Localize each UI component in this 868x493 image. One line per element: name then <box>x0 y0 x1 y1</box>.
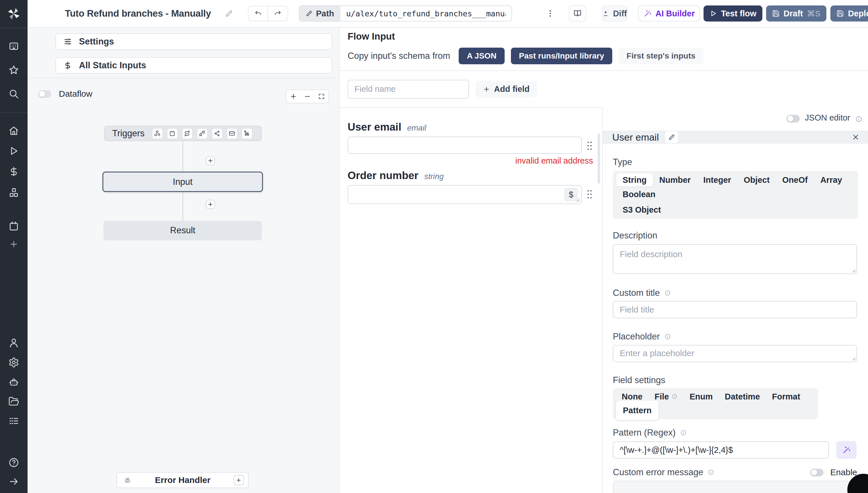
expand-sidebar-arrow-icon[interactable] <box>8 476 19 487</box>
schedule-trigger-icon[interactable] <box>167 128 178 139</box>
email-trigger-icon[interactable] <box>227 128 237 139</box>
info-icon[interactable] <box>855 116 862 123</box>
runs-play-icon[interactable] <box>8 146 19 156</box>
save-draft-button[interactable]: Draft ⌘S <box>766 5 826 22</box>
pattern-regex-input[interactable] <box>613 441 829 458</box>
path-input[interactable] <box>340 6 511 21</box>
property-editor-panel: JSON editor User email <box>603 71 868 493</box>
folders-icon[interactable] <box>8 396 19 407</box>
result-node[interactable]: Result <box>104 221 262 240</box>
pencil-icon <box>306 10 313 17</box>
workspace-icon[interactable] <box>8 41 19 52</box>
docs-button[interactable] <box>569 5 586 22</box>
field-settings-label: Field settings <box>613 375 857 385</box>
schedules-calendar-icon[interactable] <box>8 221 19 232</box>
input-node[interactable]: Input <box>103 172 263 192</box>
help-icon[interactable] <box>8 457 19 468</box>
type-option-string[interactable]: String <box>616 173 653 187</box>
audit-list-icon[interactable] <box>8 415 19 426</box>
enable-error-group: Enable <box>810 468 857 477</box>
copy-from-past-runs-button[interactable]: Past runs/Input library <box>511 48 612 64</box>
redo-button[interactable] <box>268 6 288 21</box>
triggers-node[interactable]: Triggers <box>104 126 262 141</box>
zoom-in-button[interactable] <box>286 90 300 103</box>
description-textarea[interactable] <box>613 244 857 274</box>
type-option-array[interactable]: Array <box>814 173 848 187</box>
save-icon <box>772 10 780 17</box>
add-plus-icon[interactable] <box>8 239 19 250</box>
custom-title-input[interactable] <box>613 301 857 318</box>
flow-canvas[interactable]: Settings All Static Inputs Dataflow <box>27 27 340 493</box>
undo-button[interactable] <box>249 6 268 21</box>
insert-step-button[interactable] <box>206 200 215 209</box>
order-number-value-input[interactable]: $ <box>347 185 582 204</box>
magic-wand-icon <box>842 446 851 454</box>
settings-card[interactable]: Settings <box>56 33 332 50</box>
deploy-button[interactable]: Deploy <box>830 5 868 22</box>
path-edit-button[interactable]: Path <box>299 6 340 21</box>
settings-gear-icon[interactable] <box>8 357 19 368</box>
close-icon <box>852 133 860 141</box>
info-icon[interactable] <box>664 290 671 296</box>
zoom-out-button[interactable] <box>300 90 314 103</box>
favorites-star-icon[interactable] <box>8 65 19 76</box>
info-icon[interactable] <box>708 469 714 475</box>
copy-from-first-step-button[interactable]: First step's inputs <box>618 48 703 64</box>
drag-handle-icon[interactable] <box>587 189 593 199</box>
draft-shortcut: ⌘S <box>807 9 820 18</box>
search-icon[interactable] <box>8 88 19 99</box>
placeholder-label: Placeholder <box>613 331 857 342</box>
add-error-handler-button[interactable] <box>234 475 244 485</box>
kafka-trigger-icon[interactable] <box>212 128 223 139</box>
poll-watch-trigger-icon[interactable] <box>242 128 252 139</box>
windmill-logo-icon[interactable] <box>7 7 21 21</box>
webhook-trigger-icon[interactable] <box>152 128 163 139</box>
type-option-number[interactable]: Number <box>653 173 697 187</box>
type-selector: String Number Integer Object OneOf Array… <box>613 171 858 219</box>
info-icon[interactable] <box>680 430 686 436</box>
zoom-fit-button[interactable] <box>314 90 329 103</box>
add-field-button[interactable]: Add field <box>475 81 537 97</box>
home-icon[interactable] <box>8 125 19 136</box>
copy-from-json-button[interactable]: A JSON <box>459 48 504 64</box>
drag-handle-icon[interactable] <box>587 141 593 151</box>
websocket-trigger-icon[interactable] <box>197 128 208 139</box>
resources-boxes-icon[interactable] <box>8 187 19 198</box>
field-name-input[interactable] <box>347 80 469 99</box>
workers-bot-icon[interactable] <box>8 377 19 387</box>
json-editor-toggle[interactable] <box>786 115 800 123</box>
ai-builder-button[interactable]: AI Builder <box>638 5 700 22</box>
setting-option-enum[interactable]: Enum <box>683 390 719 403</box>
info-icon[interactable] <box>664 334 671 340</box>
placeholder-textarea[interactable] <box>613 345 857 362</box>
more-options-kebab-icon[interactable] <box>544 7 557 20</box>
variable-picker-button[interactable]: $ <box>564 188 578 201</box>
edit-title-pencil-icon[interactable] <box>225 9 233 18</box>
custom-error-toggle[interactable] <box>810 469 824 476</box>
ai-regex-wand-button[interactable] <box>836 441 856 459</box>
error-handler-node[interactable]: Error Handler <box>116 472 249 488</box>
insert-step-button[interactable] <box>206 156 215 165</box>
all-static-inputs-card[interactable]: All Static Inputs <box>56 57 332 74</box>
copy-schema-row: Copy input's schema from A JSON Past run… <box>347 48 703 64</box>
http-route-trigger-icon[interactable] <box>182 128 193 139</box>
test-flow-button[interactable]: Test flow <box>703 5 762 22</box>
scrollbar-thumb[interactable] <box>598 133 600 184</box>
flow-input-body: Add field User email email <box>340 71 868 493</box>
dataflow-toggle[interactable] <box>38 90 51 98</box>
setting-option-pattern[interactable]: Pattern <box>616 400 659 421</box>
close-panel-button[interactable] <box>850 132 861 143</box>
type-option-boolean[interactable]: Boolean <box>616 188 662 201</box>
type-option-object[interactable]: Object <box>737 173 776 187</box>
setting-option-format[interactable]: Format <box>766 390 806 403</box>
setting-option-datetime[interactable]: Datetime <box>719 390 766 403</box>
type-option-s3object[interactable]: S3 Object <box>616 203 668 216</box>
type-option-oneof[interactable]: OneOf <box>776 173 814 187</box>
variables-dollar-icon[interactable] <box>8 166 19 177</box>
diff-button[interactable]: Diff <box>601 5 628 22</box>
user-icon[interactable] <box>8 338 19 348</box>
type-option-integer[interactable]: Integer <box>697 173 737 187</box>
rename-field-button[interactable] <box>665 131 678 143</box>
user-email-value-input[interactable] <box>347 136 582 154</box>
custom-error-textarea[interactable] <box>613 481 857 493</box>
